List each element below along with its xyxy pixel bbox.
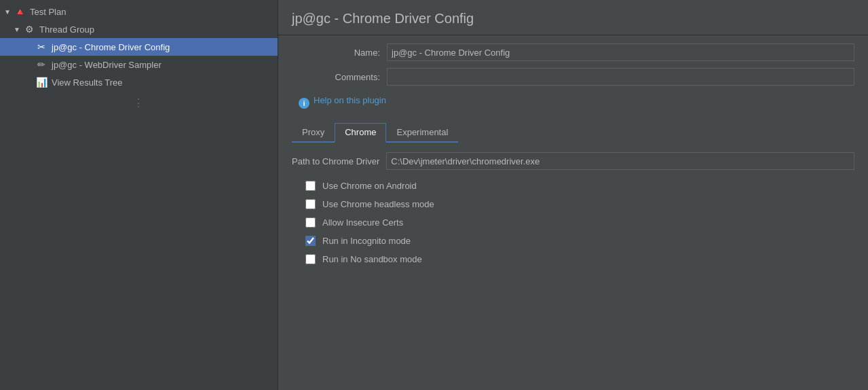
help-link-row: i Help on this plugin	[292, 92, 854, 113]
comments-row: Comments:	[292, 68, 854, 86]
allow-insecure-certs-checkbox[interactable]	[305, 217, 316, 228]
view-results-tree-label: View Results Tree	[52, 77, 123, 88]
test-plan-label: Test Plan	[30, 7, 66, 17]
use-chrome-android-checkbox[interactable]	[305, 181, 316, 191]
use-chrome-headless-label[interactable]: Use Chrome headless mode	[322, 199, 434, 209]
tab-proxy[interactable]: Proxy	[292, 123, 335, 141]
name-label: Name:	[292, 48, 387, 58]
checkbox-run-no-sandbox: Run in No sandbox mode	[292, 254, 854, 264]
sidebar-item-view-results-tree[interactable]: 📊 View Results Tree	[0, 73, 278, 91]
main-panel: jp@gc - Chrome Driver Config Name: Comme…	[278, 0, 868, 390]
chrome-driver-config-label: jp@gc - Chrome Driver Config	[52, 42, 170, 52]
sidebar-vertical-dots: ⋮	[0, 91, 278, 115]
tab-experimental[interactable]: Experimental	[386, 123, 458, 141]
name-input[interactable]	[387, 43, 854, 61]
view-results-tree-icon: 📊	[35, 76, 48, 88]
thread-group-icon: ⚙	[23, 23, 35, 35]
run-incognito-checkbox[interactable]	[305, 236, 316, 246]
use-chrome-headless-checkbox[interactable]	[305, 199, 316, 209]
sidebar-item-test-plan[interactable]: ▼ 🔺 Test Plan	[0, 3, 278, 20]
chrome-driver-config-icon: ✂	[35, 41, 48, 53]
sidebar-item-chrome-driver-config[interactable]: ✂ jp@gc - Chrome Driver Config	[0, 38, 278, 56]
info-icon: i	[299, 98, 309, 109]
help-link[interactable]: Help on this plugin	[314, 95, 386, 105]
sidebar-item-webdriver-sampler[interactable]: ✏ jp@gc - WebDriver Sampler	[0, 56, 278, 73]
panel-title: jp@gc - Chrome Driver Config	[278, 0, 868, 35]
path-label: Path to Chrome Driver	[292, 156, 379, 166]
comments-label: Comments:	[292, 72, 387, 82]
webdriver-sampler-icon: ✏	[35, 58, 48, 71]
run-incognito-label[interactable]: Run in Incognito mode	[322, 236, 411, 246]
run-no-sandbox-label[interactable]: Run in No sandbox mode	[322, 254, 422, 264]
checkbox-use-chrome-android: Use Chrome on Android	[292, 181, 854, 191]
thread-group-label: Thread Group	[39, 24, 94, 35]
checkbox-use-chrome-headless: Use Chrome headless mode	[292, 199, 854, 209]
webdriver-sampler-label: jp@gc - WebDriver Sampler	[52, 60, 162, 70]
comments-input[interactable]	[387, 68, 854, 86]
test-plan-icon: 🔺	[14, 5, 26, 18]
form-area: Name: Comments: i Help on this plugin Pr…	[278, 35, 868, 281]
use-chrome-android-label[interactable]: Use Chrome on Android	[322, 181, 417, 191]
tabs-row: Proxy Chrome Experimental	[292, 123, 458, 143]
expand-arrow-thread-group: ▼	[12, 26, 22, 33]
tab-chrome[interactable]: Chrome	[335, 123, 386, 143]
allow-insecure-certs-label[interactable]: Allow Insecure Certs	[322, 217, 403, 228]
checkbox-run-incognito: Run in Incognito mode	[292, 236, 854, 246]
run-no-sandbox-checkbox[interactable]	[305, 254, 316, 264]
expand-arrow-test-plan: ▼	[3, 8, 12, 16]
checkbox-allow-insecure-certs: Allow Insecure Certs	[292, 217, 854, 228]
sidebar: ▼ 🔺 Test Plan ▼ ⚙ Thread Group ✂ jp@gc -…	[0, 0, 278, 390]
path-row: Path to Chrome Driver	[292, 152, 854, 170]
path-input[interactable]	[386, 152, 854, 170]
sidebar-item-thread-group[interactable]: ▼ ⚙ Thread Group	[0, 20, 278, 38]
name-row: Name:	[292, 43, 854, 61]
